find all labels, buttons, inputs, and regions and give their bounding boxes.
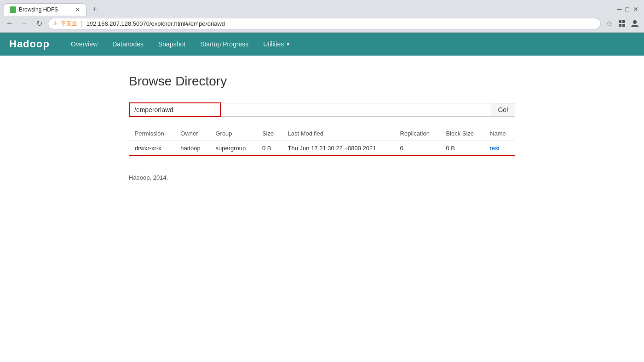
dropdown-chevron-icon: ▼ <box>286 42 290 47</box>
address-bar[interactable]: ⚠ 不安全 | 192.168.207.128:50070/explorer.h… <box>48 18 601 29</box>
col-permission: Permission <box>129 126 175 141</box>
cell-replication: 0 <box>395 141 441 156</box>
reload-button[interactable]: ↻ <box>33 17 45 29</box>
col-owner: Owner <box>175 126 210 141</box>
browser-chrome: Browsing HDFS ✕ + ─ □ ✕ ← → ↻ ⚠ 不安全 | 19… <box>0 0 644 33</box>
path-form: Go! <box>129 102 515 117</box>
col-last-modified: Last Modified <box>282 126 395 141</box>
main-content: Browse Directory Go! Permission Owner Gr… <box>0 56 644 199</box>
directory-table: Permission Owner Group Size Last Modifie… <box>129 126 515 156</box>
col-replication: Replication <box>395 126 441 141</box>
page-title: Browse Directory <box>129 74 515 89</box>
col-name: Name <box>484 126 515 141</box>
tab-close-button[interactable]: ✕ <box>75 6 80 13</box>
svg-rect-3 <box>622 24 625 27</box>
address-bar-row: ← → ↻ ⚠ 不安全 | 192.168.207.128:50070/expl… <box>0 16 644 32</box>
security-icon: ⚠ <box>53 20 58 27</box>
cell-block-size: 0 B <box>440 141 484 156</box>
col-size: Size <box>257 126 282 141</box>
url-display[interactable]: 192.168.207.128:50070/explorer.html#/emp… <box>86 20 596 27</box>
svg-rect-2 <box>619 24 621 27</box>
minimize-button[interactable]: ─ <box>617 6 622 13</box>
tab-favicon <box>10 6 16 13</box>
svg-rect-1 <box>622 20 625 23</box>
extension-button[interactable] <box>616 18 627 29</box>
footer: Hadoop, 2014. <box>129 174 515 181</box>
path-input[interactable] <box>129 102 221 117</box>
svg-point-4 <box>633 20 637 24</box>
nav-snapshot[interactable]: Snapshot <box>151 33 193 56</box>
active-tab[interactable]: Browsing HDFS ✕ <box>4 3 86 16</box>
col-group: Group <box>210 126 256 141</box>
bookmark-button[interactable]: ☆ <box>604 18 615 29</box>
table-row: drwxr-xr-x hadoop supergroup 0 B Thu Jun… <box>129 141 515 156</box>
hadoop-navbar: Hadoop Overview Datanodes Snapshot Start… <box>0 33 644 56</box>
table-header-row: Permission Owner Group Size Last Modifie… <box>129 126 515 141</box>
security-label: 不安全 <box>61 20 77 28</box>
tab-bar: Browsing HDFS ✕ + ─ □ ✕ <box>0 0 644 16</box>
back-button[interactable]: ← <box>4 17 16 29</box>
forward-button[interactable]: → <box>18 17 30 29</box>
address-bar-actions: ☆ <box>604 18 640 29</box>
col-block-size: Block Size <box>440 126 484 141</box>
nav-utilities[interactable]: Utilities ▼ <box>256 33 298 56</box>
hadoop-brand[interactable]: Hadoop <box>9 38 50 50</box>
cell-permission: drwxr-xr-x <box>129 141 175 156</box>
nav-links: Overview Datanodes Snapshot Startup Prog… <box>63 33 298 56</box>
nav-datanodes[interactable]: Datanodes <box>105 33 151 56</box>
nav-overview[interactable]: Overview <box>63 33 105 56</box>
window-close-button[interactable]: ✕ <box>633 6 638 13</box>
directory-link[interactable]: test <box>490 145 500 152</box>
nav-startup-progress[interactable]: Startup Progress <box>193 33 256 56</box>
path-input-rest[interactable] <box>221 103 491 117</box>
profile-button[interactable] <box>629 18 640 29</box>
maximize-button[interactable]: □ <box>626 6 629 13</box>
svg-rect-0 <box>619 20 621 23</box>
cell-last-modified: Thu Jun 17 21:30:22 +0800 2021 <box>282 141 395 156</box>
cell-name: test <box>484 141 515 156</box>
go-button[interactable]: Go! <box>491 103 515 117</box>
cell-owner: hadoop <box>175 141 210 156</box>
cell-size: 0 B <box>257 141 282 156</box>
cell-group: supergroup <box>210 141 256 156</box>
tab-title: Browsing HDFS <box>19 6 72 13</box>
new-tab-button[interactable]: + <box>88 3 101 16</box>
